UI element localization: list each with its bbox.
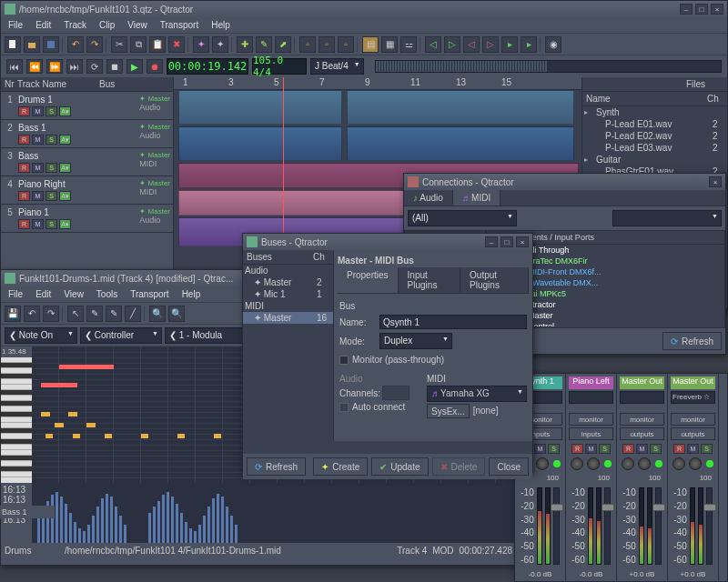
clip[interactable] <box>347 126 574 161</box>
buses-max[interactable]: □ <box>500 236 513 247</box>
delete-button[interactable]: ✖ <box>168 36 185 53</box>
tab-properties[interactable]: Properties <box>338 267 399 293</box>
piano-key[interactable] <box>1 472 32 477</box>
tool-c[interactable]: ⬈ <box>275 36 291 53</box>
volume-fader[interactable] <box>604 487 611 565</box>
pan-knob[interactable] <box>638 457 651 470</box>
note[interactable] <box>141 434 148 438</box>
tool-a[interactable]: ✚ <box>237 36 253 53</box>
file-item[interactable]: ▸Synth <box>582 106 727 118</box>
solo-btn[interactable]: S <box>46 163 57 173</box>
velocity-pane[interactable]: 16:1316:1316:1316:13 <box>1 483 516 543</box>
loop-c[interactable]: ◁ <box>463 36 480 53</box>
view-conn[interactable]: ⚍ <box>400 36 417 53</box>
buses-close[interactable]: × <box>516 236 529 247</box>
loop-a[interactable]: ◁ <box>425 36 441 53</box>
bus-item[interactable]: MIDI <box>243 300 333 312</box>
pan-knob[interactable] <box>587 457 600 470</box>
sysex-button[interactable]: SysEx... <box>427 404 470 418</box>
tab-midi[interactable]: ♬ MIDI <box>453 190 500 206</box>
pt-save[interactable]: 💾 <box>5 306 21 322</box>
gain-knob[interactable] <box>622 457 634 470</box>
punch-a[interactable]: ▸ <box>501 36 518 53</box>
end-button[interactable]: ⏭ <box>66 59 83 74</box>
conn-filter-right[interactable] <box>612 210 722 226</box>
col-name[interactable]: Track Name <box>17 79 99 89</box>
maximize-button[interactable]: □ <box>695 4 708 15</box>
add-track-button[interactable]: ✦ <box>193 36 209 53</box>
menu-help[interactable]: Help <box>206 18 236 32</box>
clip[interactable] <box>347 90 574 125</box>
view-mixer[interactable]: ▦ <box>381 36 398 53</box>
fwd-button[interactable]: ⏩ <box>46 59 63 74</box>
mute-btn[interactable]: M <box>32 191 44 201</box>
conn-titlebar[interactable]: Connections - Qtractor × <box>404 174 725 190</box>
monitor-btn[interactable]: monitor <box>569 413 613 426</box>
noteon-dropdown[interactable]: ❮ Note On <box>5 327 77 344</box>
pm-edit[interactable]: Edit <box>30 287 56 301</box>
auto-btn[interactable]: A▾ <box>59 106 71 116</box>
solo-btn[interactable]: S <box>46 219 57 229</box>
clip[interactable] <box>178 90 342 125</box>
tempo-display[interactable]: 105.0 4/4 <box>252 58 307 75</box>
auto-btn[interactable]: A▾ <box>59 135 71 145</box>
name-input[interactable] <box>379 315 527 329</box>
pm-tools[interactable]: Tools <box>91 287 123 301</box>
mute-btn[interactable]: M <box>32 135 44 145</box>
strip-rec[interactable]: R <box>571 444 583 454</box>
view-files[interactable]: ▤ <box>362 36 379 53</box>
pt-draw[interactable]: ✎ <box>86 306 103 322</box>
record-button[interactable]: ⏺ <box>147 59 163 74</box>
rec-btn[interactable]: R <box>18 191 30 201</box>
monitor-btn[interactable]: monitor <box>671 413 715 426</box>
strip-name[interactable]: Master Out <box>620 376 664 389</box>
strip-rec[interactable]: R <box>622 444 634 454</box>
gain-knob[interactable] <box>672 457 685 470</box>
rec-btn[interactable]: R <box>18 163 30 173</box>
volume-fader[interactable] <box>706 487 713 565</box>
tab-input-plugins[interactable]: Input Plugins <box>399 267 461 293</box>
col-nr[interactable]: Nr <box>5 79 17 89</box>
col-bus[interactable]: Bus <box>99 79 115 89</box>
clip-tool-a[interactable]: ▫ <box>299 36 316 53</box>
auto-btn[interactable]: A▾ <box>59 163 71 173</box>
loop-b[interactable]: ▷ <box>444 36 460 53</box>
note[interactable] <box>73 434 80 438</box>
track-row[interactable]: 3 Bass RMSA▾ ✦ MasterMIDI <box>1 148 173 176</box>
punch-b[interactable]: ▸ <box>521 36 537 53</box>
buses-col2[interactable]: Ch <box>313 252 329 262</box>
mute-btn[interactable]: M <box>32 219 44 229</box>
menu-clip[interactable]: Clip <box>94 18 120 32</box>
tool-b[interactable]: ✎ <box>256 36 272 53</box>
strip-mute[interactable]: M <box>585 444 597 454</box>
note[interactable] <box>55 423 64 427</box>
back-button[interactable]: ⏪ <box>26 59 43 74</box>
strip-solo[interactable]: S <box>548 444 560 454</box>
solo-btn[interactable]: S <box>46 191 57 201</box>
strip-mute[interactable]: M <box>687 444 699 454</box>
buses-close-btn[interactable]: Close <box>489 457 529 476</box>
pt-zoom[interactable]: 🔍 <box>149 306 166 322</box>
snap-dropdown[interactable]: J Beat/4 <box>310 58 364 75</box>
solo-btn[interactable]: S <box>46 135 57 145</box>
menu-edit[interactable]: Edit <box>30 18 56 32</box>
gain-knob[interactable] <box>571 457 583 470</box>
buses-delete[interactable]: ✖Delete <box>432 457 486 476</box>
strip-solo[interactable]: S <box>650 444 662 454</box>
file-item[interactable]: P-Lead E01.wav2 <box>582 118 727 130</box>
redo-button[interactable]: ↷ <box>86 36 103 53</box>
main-titlebar[interactable]: /home/rncbc/tmp/FunkIt101 3.qtz - Qtract… <box>1 1 727 17</box>
track-row[interactable]: 4 Piano Right RMSA▾ ✦ MasterMIDI <box>1 176 173 205</box>
strip-solo[interactable]: S <box>701 444 713 454</box>
files-col-ch[interactable]: Ch <box>707 94 723 104</box>
buses-titlebar[interactable]: Buses - Qtractor – □ × <box>243 234 532 250</box>
buses-update[interactable]: ✔Update <box>371 457 428 476</box>
note[interactable] <box>177 434 185 438</box>
buses-min[interactable]: – <box>485 236 498 247</box>
conn-refresh-button[interactable]: ⟳Refresh <box>662 332 722 350</box>
rec-btn[interactable]: R <box>18 106 30 116</box>
pan-knob[interactable] <box>689 457 702 470</box>
menu-view[interactable]: View <box>122 18 153 32</box>
file-item[interactable]: P-Lead E03.wav2 <box>582 142 727 154</box>
undo-button[interactable]: ↶ <box>67 36 84 53</box>
